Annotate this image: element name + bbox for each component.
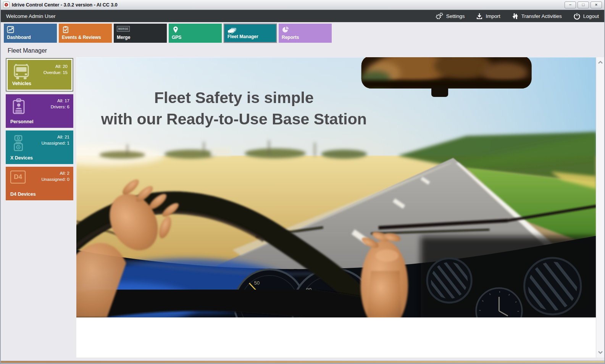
scroll-down-icon[interactable] (597, 349, 603, 355)
gear-icon (435, 12, 444, 20)
x-devices-card[interactable]: All: 21 Unassigned: 1 X Devices (6, 130, 73, 164)
hero-image: Fleet Safety is simple with our Ready-to… (76, 57, 597, 317)
pie-chart-icon (282, 26, 289, 34)
transfer-activities-button[interactable]: Transfer Activities (512, 13, 562, 20)
content-area: All: 20 Overdue: 15 Vehicles All: 17 Dri… (1, 57, 604, 358)
tab-fleet-manager[interactable]: Fleet Manager (224, 24, 277, 43)
main-panel: Fleet Safety is simple with our Ready-to… (76, 57, 596, 358)
vehicles-card[interactable]: All: 20 Overdue: 15 Vehicles (6, 58, 73, 92)
module-tabs: Dashboard Events & Reviews MERGE Merge G… (1, 22, 604, 44)
welcome-text: Welcome Admin User (6, 13, 56, 19)
hero-headline-line2: with our Ready-to-Use Base Station (101, 110, 367, 128)
page-title: Fleet Manager (1, 44, 604, 57)
status-bar (1, 358, 604, 361)
scroll-up-icon[interactable] (597, 60, 603, 66)
window-bottom-edge (1, 362, 604, 364)
id-badge-icon (10, 98, 27, 115)
d4-device-icon: D4 (10, 171, 26, 184)
maximize-button[interactable]: □ (578, 2, 589, 8)
import-button[interactable]: Import (476, 13, 500, 20)
d4-devices-card[interactable]: D4 All: 2 Unassigned: 0 D4 Devices (6, 167, 73, 200)
window-title: Idrive Control Center - 3.0.2 version - … (12, 2, 565, 8)
x-devices-stats: All: 21 Unassigned: 1 (41, 134, 69, 146)
personnel-card[interactable]: All: 17 Drivers: 6 Personnel (6, 94, 73, 128)
x-device-icon (10, 134, 26, 152)
vertical-scrollbar[interactable] (596, 57, 604, 358)
hero-headline-line1: Fleet Safety is simple (154, 89, 314, 106)
x-devices-card-label: X Devices (10, 155, 33, 161)
title-bar: Idrive Control Center - 3.0.2 version - … (1, 0, 604, 10)
minimize-button[interactable]: – (565, 2, 576, 8)
personnel-stats: All: 17 Drivers: 6 (51, 98, 69, 110)
transfer-arrows-icon (512, 13, 519, 20)
tab-merge[interactable]: MERGE Merge (114, 24, 167, 43)
tab-events-reviews[interactable]: Events & Reviews (59, 24, 112, 43)
fleet-vehicles-icon (227, 27, 237, 34)
dashboard-chart-icon (7, 26, 15, 34)
bus-icon (12, 64, 31, 80)
merge-badge-icon: MERGE (117, 26, 130, 32)
clipboard-check-icon (62, 26, 69, 34)
fleet-sidebar: All: 20 Overdue: 15 Vehicles All: 17 Dri… (1, 57, 76, 358)
power-icon (573, 13, 581, 20)
close-button[interactable]: × (590, 2, 602, 8)
settings-button[interactable]: Settings (435, 12, 465, 20)
app-logo-icon (3, 2, 10, 8)
vehicles-stats: All: 20 Overdue: 15 (44, 63, 68, 76)
d4-devices-card-label: D4 Devices (10, 192, 36, 197)
import-download-icon (476, 13, 483, 20)
app-window: Idrive Control Center - 3.0.2 version - … (0, 0, 605, 364)
personnel-card-label: Personnel (10, 119, 33, 124)
tab-gps[interactable]: GPS (169, 24, 222, 43)
location-pin-icon (172, 26, 179, 34)
tab-reports[interactable]: Reports (279, 24, 332, 43)
d4-devices-stats: All: 2 Unassigned: 0 (41, 170, 69, 182)
vehicles-card-label: Vehicles (12, 81, 31, 86)
tab-dashboard[interactable]: Dashboard (4, 24, 57, 43)
logout-button[interactable]: Logout (573, 13, 599, 20)
top-bar: Welcome Admin User Settings Import (1, 10, 604, 22)
